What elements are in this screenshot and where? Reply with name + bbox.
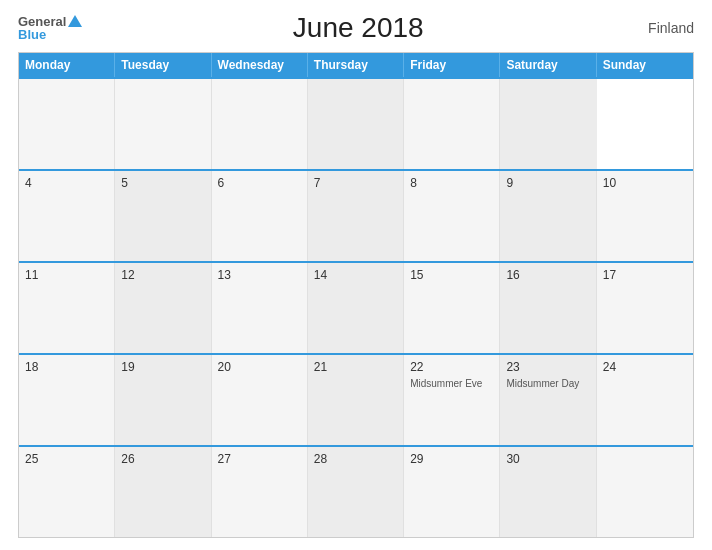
cell-r4-wed: 20 xyxy=(212,355,308,445)
cell-r5-fri: 29 xyxy=(404,447,500,537)
cell-r4-sun: 24 xyxy=(597,355,693,445)
cell-r3-mon: 11 xyxy=(19,263,115,353)
cell-r2-sat: 9 xyxy=(500,171,596,261)
day-28: 28 xyxy=(314,452,397,466)
day-9: 9 xyxy=(506,176,589,190)
cell-r2-wed: 6 xyxy=(212,171,308,261)
cell-r3-thu: 14 xyxy=(308,263,404,353)
day-4: 4 xyxy=(25,176,108,190)
cell-r4-sat: 23 Midsummer Day xyxy=(500,355,596,445)
day-6: 6 xyxy=(218,176,301,190)
day-26: 26 xyxy=(121,452,204,466)
day-19: 19 xyxy=(121,360,204,374)
day-8: 8 xyxy=(410,176,493,190)
cell-r1-tue xyxy=(115,79,211,169)
cell-r1-wed xyxy=(212,79,308,169)
calendar-title: June 2018 xyxy=(82,12,634,44)
day-11: 11 xyxy=(25,268,108,282)
calendar-row-2: 4 5 6 7 8 9 10 xyxy=(19,169,693,261)
cell-r2-tue: 5 xyxy=(115,171,211,261)
cell-r1-thu xyxy=(308,79,404,169)
cell-r4-thu: 21 xyxy=(308,355,404,445)
cell-r5-thu: 28 xyxy=(308,447,404,537)
header-monday: Monday xyxy=(19,53,115,77)
cell-r3-wed: 13 xyxy=(212,263,308,353)
cell-r1-fri xyxy=(404,79,500,169)
cell-r4-fri: 22 Midsummer Eve xyxy=(404,355,500,445)
event-midsummer-day: Midsummer Day xyxy=(506,378,579,389)
cell-r5-sat: 30 xyxy=(500,447,596,537)
day-14: 14 xyxy=(314,268,397,282)
calendar: Monday Tuesday Wednesday Thursday Friday… xyxy=(18,52,694,538)
logo-triangle-icon xyxy=(68,15,82,27)
cell-r2-thu: 7 xyxy=(308,171,404,261)
cell-r3-sun: 17 xyxy=(597,263,693,353)
day-15: 15 xyxy=(410,268,493,282)
header-sunday: Sunday xyxy=(597,53,693,77)
day-20: 20 xyxy=(218,360,301,374)
calendar-header: Monday Tuesday Wednesday Thursday Friday… xyxy=(19,53,693,77)
cell-r1-mon xyxy=(19,79,115,169)
cell-r2-sun: 10 xyxy=(597,171,693,261)
cell-r3-sat: 16 xyxy=(500,263,596,353)
day-21: 21 xyxy=(314,360,397,374)
header-tuesday: Tuesday xyxy=(115,53,211,77)
calendar-row-5: 25 26 27 28 29 30 xyxy=(19,445,693,537)
day-12: 12 xyxy=(121,268,204,282)
calendar-row-4: 18 19 20 21 22 Midsummer Eve 23 Midsumme xyxy=(19,353,693,445)
day-25: 25 xyxy=(25,452,108,466)
header-saturday: Saturday xyxy=(500,53,596,77)
cell-r2-mon: 4 xyxy=(19,171,115,261)
day-10: 10 xyxy=(603,176,687,190)
day-23: 23 xyxy=(506,360,589,374)
event-midsummer-eve: Midsummer Eve xyxy=(410,378,482,389)
day-17: 17 xyxy=(603,268,687,282)
day-7: 7 xyxy=(314,176,397,190)
day-24: 24 xyxy=(603,360,687,374)
header-thursday: Thursday xyxy=(308,53,404,77)
cell-r4-mon: 18 xyxy=(19,355,115,445)
day-18: 18 xyxy=(25,360,108,374)
day-13: 13 xyxy=(218,268,301,282)
cell-r3-tue: 12 xyxy=(115,263,211,353)
cell-r5-mon: 25 xyxy=(19,447,115,537)
day-27: 27 xyxy=(218,452,301,466)
cell-r3-fri: 15 xyxy=(404,263,500,353)
cell-r4-tue: 19 xyxy=(115,355,211,445)
page: General Blue June 2018 Finland Monday Tu… xyxy=(0,0,712,550)
calendar-row-3: 11 12 13 14 15 16 17 xyxy=(19,261,693,353)
logo: General Blue xyxy=(18,14,82,42)
calendar-body: 4 5 6 7 8 9 10 xyxy=(19,77,693,537)
cell-r5-tue: 26 xyxy=(115,447,211,537)
day-29: 29 xyxy=(410,452,493,466)
day-30: 30 xyxy=(506,452,589,466)
logo-blue-text: Blue xyxy=(18,27,46,42)
day-16: 16 xyxy=(506,268,589,282)
cell-r1-sat xyxy=(500,79,596,169)
header: General Blue June 2018 Finland xyxy=(18,12,694,44)
header-wednesday: Wednesday xyxy=(212,53,308,77)
cell-r5-wed: 27 xyxy=(212,447,308,537)
calendar-row-1 xyxy=(19,77,693,169)
cell-r2-fri: 8 xyxy=(404,171,500,261)
cell-r5-sun xyxy=(597,447,693,537)
country-label: Finland xyxy=(634,20,694,36)
header-friday: Friday xyxy=(404,53,500,77)
day-22: 22 xyxy=(410,360,493,374)
day-5: 5 xyxy=(121,176,204,190)
